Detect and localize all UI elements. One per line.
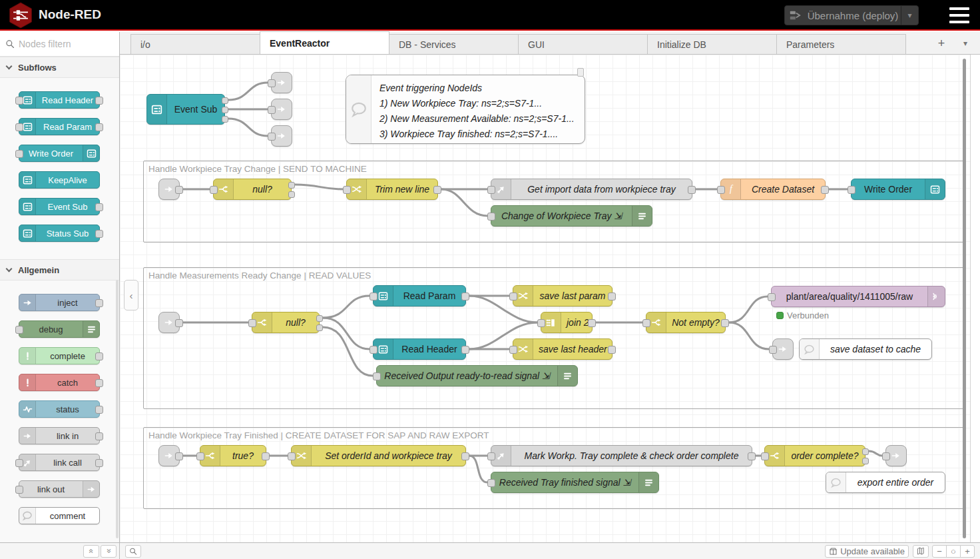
node-link-call-mark-complete[interactable]: Mark Workp. Tray complete & check order … bbox=[491, 445, 752, 466]
node-comment-save-dataset[interactable]: save dataset to cache bbox=[799, 338, 932, 360]
zoom-reset-button[interactable]: ○ bbox=[946, 545, 961, 558]
node-link-in[interactable] bbox=[158, 179, 180, 200]
node-event-sub[interactable]: Event Sub bbox=[146, 94, 225, 125]
node-comment-note[interactable]: Event triggering NodeIds 1) New Workpiec… bbox=[346, 75, 585, 144]
tab-parameters[interactable]: Parameters bbox=[776, 34, 906, 54]
node-link-in[interactable] bbox=[158, 312, 180, 333]
node-link-out[interactable] bbox=[271, 72, 292, 93]
add-flow-button[interactable]: + bbox=[932, 35, 951, 51]
palette-node-catch[interactable]: catch bbox=[19, 374, 100, 391]
node-switch-order-complete[interactable]: order complete? bbox=[764, 445, 865, 466]
node-mqtt-out[interactable]: plant/area/quality/1411005/raw bbox=[771, 286, 945, 307]
link-out-icon bbox=[276, 77, 287, 88]
canvas-scrollbar-thumb[interactable] bbox=[963, 59, 966, 538]
search-flows-button[interactable] bbox=[125, 545, 141, 558]
node-subflow-read-header[interactable]: Read Header bbox=[373, 338, 466, 360]
palette-sidebar: Subflows Read Header Read Param Write Or… bbox=[0, 32, 120, 542]
port-out[interactable] bbox=[222, 107, 228, 113]
port-out[interactable] bbox=[222, 97, 228, 104]
node-join-2[interactable]: join 2 bbox=[541, 312, 593, 333]
main-menu-icon[interactable] bbox=[949, 7, 969, 23]
node-debug-received-output[interactable]: Received Output ready-to-read signal ⇲ bbox=[376, 365, 578, 386]
zoom-in-button[interactable]: + bbox=[960, 545, 975, 558]
deploy-button[interactable]: Übernahme (deploy) ▾ bbox=[784, 5, 919, 25]
flow-list-caret-icon[interactable]: ▾ bbox=[956, 35, 975, 51]
connected-dot-icon bbox=[776, 312, 784, 319]
node-subflow-write-order[interactable]: Write Order bbox=[851, 179, 945, 200]
tab-db-services[interactable]: DB - Services bbox=[389, 34, 519, 54]
node-change-trim-new-line[interactable]: Trim new line bbox=[346, 179, 438, 200]
palette-node-link-out[interactable]: link out bbox=[19, 480, 100, 498]
node-link-in[interactable] bbox=[158, 445, 180, 466]
canvas-scrollbar-track[interactable] bbox=[970, 55, 980, 542]
collapse-all-icon[interactable]: « bbox=[83, 545, 99, 558]
palette-node-read-param[interactable]: Read Param bbox=[19, 118, 100, 135]
group-workpiece-tray-finished[interactable]: Handle Workpiece Tray Finished | CREATE … bbox=[143, 427, 964, 509]
expand-all-icon[interactable]: « bbox=[101, 545, 117, 558]
palette-node-link-in[interactable]: link in bbox=[19, 427, 100, 444]
palette-node-keepalive[interactable]: KeepAlive bbox=[19, 171, 100, 189]
flow-canvas[interactable]: ‹ Event Sub Event triggering NodeIds 1) … bbox=[120, 55, 980, 542]
app-title: Node-RED bbox=[39, 7, 101, 22]
palette-node-label: status bbox=[36, 404, 99, 414]
node-link-out[interactable] bbox=[271, 99, 292, 120]
port-out[interactable] bbox=[316, 315, 323, 322]
palette-node-status-sub[interactable]: Status Sub bbox=[19, 225, 100, 242]
deploy-icon bbox=[785, 9, 805, 21]
node-change-set-orderid[interactable]: Set orderId and workpiece tray bbox=[291, 445, 466, 466]
node-function-create-dataset[interactable]: f Create Dataset bbox=[720, 179, 826, 200]
palette-node-debug[interactable]: debug bbox=[19, 320, 100, 338]
node-debug-change-of-workpiece-tray[interactable]: Change of Workpiece Tray ⇲ bbox=[491, 205, 652, 227]
palette-node-inject[interactable]: inject bbox=[19, 294, 100, 311]
palette-node-event-sub[interactable]: Event Sub bbox=[19, 198, 100, 215]
update-available-button[interactable]: Update available bbox=[825, 545, 909, 558]
node-red-app: Node-RED Übernahme (deploy) ▾ Subflows R… bbox=[0, 0, 980, 559]
node-debug-received-tray-finished[interactable]: Received Tray finished signal ⇲ bbox=[491, 472, 659, 493]
tab-eventreactor[interactable]: EventReactor bbox=[260, 31, 389, 54]
zoom-out-button[interactable]: − bbox=[932, 545, 947, 558]
palette-toggle[interactable]: ‹ bbox=[124, 280, 138, 310]
node-subflow-read-param[interactable]: Read Param bbox=[373, 285, 466, 306]
comment-bubble-icon bbox=[826, 472, 846, 492]
palette-search-input[interactable] bbox=[19, 39, 105, 49]
node-change-save-last-param[interactable]: save last param bbox=[513, 285, 612, 306]
palette-node-complete[interactable]: complete bbox=[19, 347, 100, 364]
palette-node-write-order[interactable]: Write Order bbox=[19, 145, 100, 162]
port-out[interactable] bbox=[862, 448, 869, 455]
node-link-out[interactable] bbox=[885, 445, 907, 466]
palette-scrollbar[interactable] bbox=[116, 280, 119, 538]
tab-io[interactable]: i/o bbox=[130, 34, 260, 54]
node-link-out[interactable] bbox=[772, 338, 794, 360]
change-icon bbox=[347, 179, 367, 199]
node-switch-null-2[interactable]: null? bbox=[252, 312, 320, 333]
port-out[interactable] bbox=[862, 458, 869, 464]
tab-initialize-db[interactable]: Initialize DB bbox=[647, 34, 777, 54]
node-label: Create Dataset bbox=[741, 184, 825, 195]
node-comment-export-order[interactable]: export entire order bbox=[826, 472, 945, 493]
group-workpiece-tray-change[interactable]: Handle Workpiece Tray Change | SEND TO M… bbox=[143, 161, 964, 243]
node-switch-not-empty[interactable]: Not empty? bbox=[646, 312, 726, 333]
palette-section-subflows[interactable]: Subflows bbox=[0, 57, 119, 78]
navigator-button[interactable] bbox=[913, 545, 929, 558]
palette-search[interactable] bbox=[0, 32, 119, 57]
node-link-call-get-import[interactable]: Get import data from workpiece tray bbox=[491, 179, 692, 200]
node-switch-true[interactable]: true? bbox=[200, 445, 266, 466]
palette-node-comment[interactable]: comment bbox=[19, 507, 100, 524]
node-label: Mark Workp. Tray complete & check order … bbox=[511, 450, 752, 461]
node-label: Read Param bbox=[393, 290, 465, 301]
tab-gui[interactable]: GUI bbox=[518, 34, 648, 54]
node-switch-null[interactable]: null? bbox=[213, 179, 292, 200]
palette-items-allgemein: inject debug complete catch status link … bbox=[0, 280, 119, 542]
palette-node-status[interactable]: status bbox=[19, 400, 100, 418]
palette-section-allgemein[interactable]: Allgemein bbox=[0, 259, 119, 280]
deploy-label: Übernahme (deploy) bbox=[805, 10, 901, 21]
palette-node-link-call[interactable]: link call bbox=[19, 454, 100, 471]
port-out[interactable] bbox=[288, 191, 295, 198]
port-out[interactable] bbox=[288, 182, 295, 189]
node-link-out[interactable] bbox=[271, 125, 292, 147]
deploy-caret-icon[interactable]: ▾ bbox=[901, 6, 918, 25]
port-out[interactable] bbox=[222, 116, 228, 123]
port-out[interactable] bbox=[316, 324, 323, 331]
palette-node-read-header[interactable]: Read Header bbox=[19, 91, 100, 109]
node-change-save-last-header[interactable]: save last header bbox=[513, 338, 612, 360]
